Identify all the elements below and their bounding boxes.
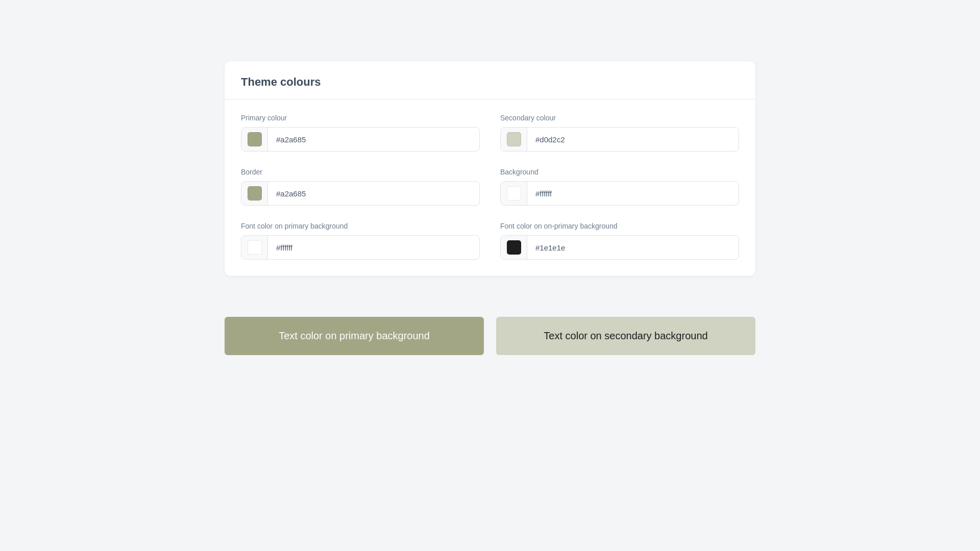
secondary-colour-value: #d0d2c2 (527, 135, 573, 144)
secondary-colour-swatch-container[interactable] (501, 128, 527, 151)
background-swatch (507, 186, 521, 201)
theme-colours-card: Theme colours Primary colour #a2a685 Sec… (225, 61, 755, 276)
font-color-on-primary-bg-swatch (507, 240, 521, 255)
secondary-colour-label: Secondary colour (500, 114, 739, 122)
preview-text-primary: Text color on primary background (279, 330, 430, 342)
background-input-row[interactable]: #ffffff (500, 181, 739, 206)
font-color-primary-bg-input-row[interactable]: #ffffff (241, 235, 480, 260)
border-label: Border (241, 168, 480, 176)
font-color-primary-bg-value: #ffffff (268, 243, 301, 252)
primary-colour-input-row[interactable]: #a2a685 (241, 127, 480, 152)
card-title: Theme colours (241, 76, 739, 89)
font-color-primary-bg-field: Font color on primary background #ffffff (241, 222, 480, 260)
border-input-row[interactable]: #a2a685 (241, 181, 480, 206)
primary-colour-label: Primary colour (241, 114, 480, 122)
secondary-colour-field: Secondary colour #d0d2c2 (500, 114, 739, 152)
color-grid: Primary colour #a2a685 Secondary colour … (241, 114, 739, 260)
background-value: #ffffff (527, 189, 560, 198)
font-color-primary-bg-swatch-container[interactable] (241, 236, 268, 259)
border-swatch-container[interactable] (241, 182, 268, 205)
background-swatch-container[interactable] (501, 182, 527, 205)
primary-colour-field: Primary colour #a2a685 (241, 114, 480, 152)
font-color-on-primary-bg-value: #1e1e1e (527, 243, 573, 252)
font-color-on-primary-bg-swatch-container[interactable] (501, 236, 527, 259)
border-value: #a2a685 (268, 189, 314, 198)
preview-box-primary: Text color on primary background (225, 317, 484, 355)
primary-colour-swatch (248, 132, 262, 146)
preview-section: Text color on primary background Text co… (225, 317, 755, 355)
background-label: Background (500, 168, 739, 176)
font-color-on-primary-bg-field: Font color on on-primary background #1e1… (500, 222, 739, 260)
font-color-on-primary-bg-label: Font color on on-primary background (500, 222, 739, 230)
border-swatch (248, 186, 262, 201)
border-field: Border #a2a685 (241, 168, 480, 206)
preview-box-secondary: Text color on secondary background (496, 317, 755, 355)
primary-colour-swatch-container[interactable] (241, 128, 268, 151)
font-color-on-primary-bg-input-row[interactable]: #1e1e1e (500, 235, 739, 260)
preview-text-secondary: Text color on secondary background (544, 330, 707, 342)
background-field: Background #ffffff (500, 168, 739, 206)
secondary-colour-input-row[interactable]: #d0d2c2 (500, 127, 739, 152)
primary-colour-value: #a2a685 (268, 135, 314, 144)
secondary-colour-swatch (507, 132, 521, 146)
card-title-section: Theme colours (225, 61, 755, 99)
font-color-primary-bg-swatch (248, 240, 262, 255)
font-color-primary-bg-label: Font color on primary background (241, 222, 480, 230)
card-body: Primary colour #a2a685 Secondary colour … (225, 99, 755, 276)
